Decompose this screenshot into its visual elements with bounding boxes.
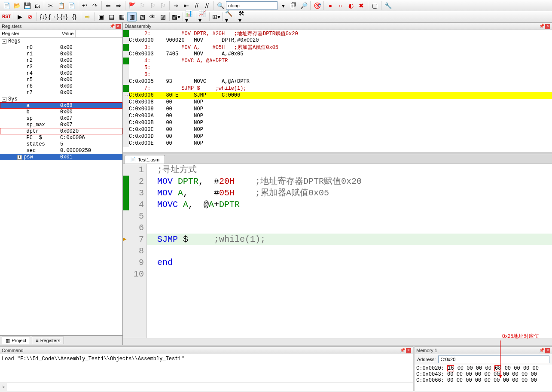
disasm-line[interactable]: 6: xyxy=(123,71,552,78)
memory-row[interactable]: C:0x0066: 00 00 00 00 00 00 00 00 00 00 xyxy=(416,377,550,383)
breakpoint-kill-icon[interactable]: ✖ xyxy=(357,1,366,10)
bookmark-clear-icon[interactable]: ⚐ xyxy=(158,1,168,10)
reg-row[interactable]: r30x00 xyxy=(0,64,122,70)
disasm-line[interactable]: C:0x0009 00 NOP xyxy=(123,106,552,112)
disasm-line[interactable]: C:0x0008 00 NOP xyxy=(123,99,552,106)
symbol-window-icon[interactable]: ▦ xyxy=(117,12,126,21)
source-line[interactable]: ;寻址方式 xyxy=(147,164,552,176)
source-tab[interactable]: 📄 Test1.asm xyxy=(125,155,165,164)
reg-row[interactable]: a0x68 xyxy=(0,102,122,109)
close-icon[interactable]: × xyxy=(116,24,121,29)
reg-row[interactable]: r70x00 xyxy=(0,89,122,96)
disasm-line[interactable]: C:0x000D 00 NOP xyxy=(123,133,552,140)
pin-icon[interactable]: 📌 xyxy=(400,348,405,353)
disasm-line[interactable]: C:0x000B 00 NOP xyxy=(123,119,552,126)
debug-icon[interactable]: 🎯 xyxy=(312,1,322,10)
paste-icon[interactable]: 📄 xyxy=(67,1,76,10)
source-line[interactable] xyxy=(147,245,552,257)
disasm-line[interactable]: 3: MOV A, #05H ;累加器A赋值0x05 xyxy=(123,44,552,51)
reg-row[interactable]: r40x00 xyxy=(0,70,122,76)
outdent-icon[interactable]: ⇤ xyxy=(182,1,191,10)
command-window-icon[interactable]: ▣ xyxy=(96,12,106,21)
disasm-line[interactable]: 4: MOVC A, @A+DPTR xyxy=(123,58,552,64)
configure-icon[interactable]: 🔧 xyxy=(383,1,393,10)
disasm-line[interactable]: ⇨C:0x0006 80FE SJMP C:0006 xyxy=(123,92,552,99)
disasm-line[interactable]: 7: SJMP $ ;while(1); xyxy=(123,85,552,92)
reset-cpu-icon[interactable]: RST xyxy=(2,12,11,21)
reg-row[interactable]: r50x00 xyxy=(0,76,122,83)
reg-row[interactable]: dptr0x0020 xyxy=(0,128,122,134)
close-icon[interactable]: × xyxy=(545,24,550,29)
system-viewer-icon[interactable]: ⊞▾ xyxy=(211,12,221,21)
disasm-window-icon[interactable]: ▤ xyxy=(107,12,116,21)
reg-row[interactable]: b0x00 xyxy=(0,109,122,115)
tab-project[interactable]: ▥Project xyxy=(2,337,30,344)
disasm-line[interactable]: C:0x0005 93 MOVC A,@A+DPTR xyxy=(123,78,552,85)
save-icon[interactable]: 💾 xyxy=(22,1,32,10)
command-input[interactable] xyxy=(7,383,413,391)
disasm-line[interactable]: 5: xyxy=(123,64,552,71)
close-icon[interactable]: × xyxy=(545,348,550,353)
undo-icon[interactable]: ↶ xyxy=(80,1,89,10)
nav-back-icon[interactable]: ⇐ xyxy=(104,1,113,10)
save-all-icon[interactable]: 🗂 xyxy=(33,1,42,10)
disasm-line[interactable]: C:0x000C 00 NOP xyxy=(123,126,552,133)
bookmark-icon[interactable]: 🚩 xyxy=(127,1,137,10)
reg-row[interactable]: r60x00 xyxy=(0,83,122,89)
source-line[interactable] xyxy=(147,268,552,280)
run-icon[interactable]: ▶ xyxy=(15,12,24,21)
new-file-icon[interactable]: 📄 xyxy=(2,1,11,10)
step-into-icon[interactable]: {↓} xyxy=(39,12,48,21)
reg-row[interactable]: PC $C:0x0006 xyxy=(0,134,122,141)
pin-icon[interactable]: 📌 xyxy=(110,24,115,29)
memory-body[interactable]: C:0x0020: 16 00 00 00 00 68 00 00 00 00C… xyxy=(415,365,552,391)
find-icon[interactable]: 🔍 xyxy=(216,1,225,10)
callstack-window-icon[interactable]: ▧ xyxy=(137,12,147,21)
redo-icon[interactable]: ↷ xyxy=(90,1,100,10)
bookmark-prev-icon[interactable]: ⚐ xyxy=(137,1,147,10)
disasm-line[interactable]: C:0x000A 00 NOP xyxy=(123,112,552,119)
memory-row[interactable]: C:0x0043: 00 00 00 00 00 00 00 00 00 00 xyxy=(416,371,550,377)
source-line[interactable]: MOV A, #05H ;累加器A赋值0x05 xyxy=(147,187,552,199)
memory-row[interactable]: C:0x0020: 16 00 00 00 00 68 00 00 00 00 xyxy=(416,365,550,371)
find-in-files-icon[interactable]: 🗐 xyxy=(289,1,298,10)
reg-row[interactable]: sp0x07 xyxy=(0,115,122,122)
stop-icon[interactable]: ⊘ xyxy=(25,12,35,21)
tools-icon[interactable]: 🛠▾ xyxy=(238,12,247,21)
reg-row[interactable]: states5 xyxy=(0,141,122,147)
memory-window-icon[interactable]: ▨ xyxy=(158,12,168,21)
disasm-line[interactable]: C:0x0000 900020 MOV DPTR,#0x0020 xyxy=(123,37,552,44)
tab-registers[interactable]: ≡Registers xyxy=(32,337,64,344)
incremental-find-icon[interactable]: 🔎 xyxy=(299,1,308,10)
cut-icon[interactable]: ✂ xyxy=(46,1,55,10)
run-to-cursor-icon[interactable]: {} xyxy=(70,12,79,21)
disasm-line[interactable]: C:0x000E 00 NOP xyxy=(123,140,552,147)
reg-row[interactable]: r00x00 xyxy=(0,44,122,51)
reg-row[interactable]: sec0.00000250 xyxy=(0,147,122,154)
disasm-line[interactable]: 2: MOV DPTR, #20H ;地址寄存器DPTR赋值0x20 xyxy=(123,30,552,37)
disasm-line[interactable]: C:0x0003 7405 MOV A,#0x05 xyxy=(123,51,552,58)
source-line[interactable] xyxy=(147,210,552,222)
window-icon[interactable]: ▢ xyxy=(370,1,379,10)
close-icon[interactable]: × xyxy=(406,348,411,353)
source-line[interactable]: MOV DPTR, #20H ;地址寄存器DPTR赋值0x20 xyxy=(147,176,552,187)
pin-icon[interactable]: 📌 xyxy=(539,24,544,29)
combo-dropdown-icon[interactable]: ▾ xyxy=(278,1,288,10)
address-input[interactable] xyxy=(438,356,549,363)
source-line[interactable]: end xyxy=(147,257,552,268)
bookmark-next-icon[interactable]: ⚐ xyxy=(148,1,157,10)
nav-fwd-icon[interactable]: ⇒ xyxy=(114,1,123,10)
source-line[interactable]: SJMP $ ;while(1); xyxy=(147,234,552,245)
reg-row[interactable]: r10x00 xyxy=(0,51,122,57)
registers-window-icon[interactable]: ▥ xyxy=(127,12,137,21)
copy-icon[interactable]: 📋 xyxy=(56,1,66,10)
breakpoint-disable-icon[interactable]: ◐ xyxy=(346,1,356,10)
comment-icon[interactable]: // xyxy=(192,1,201,10)
breakpoint-insert-icon[interactable]: ● xyxy=(326,1,335,10)
disassembly-body[interactable]: 2: MOV DPTR, #20H ;地址寄存器DPTR赋值0x20C:0x00… xyxy=(123,30,552,152)
source-line[interactable] xyxy=(147,222,552,234)
indent-icon[interactable]: ⇥ xyxy=(171,1,181,10)
step-over-icon[interactable]: {→} xyxy=(49,12,58,21)
pin-icon[interactable]: 📌 xyxy=(539,348,544,353)
source-editor[interactable]: 123456▶78910 ;寻址方式MOV DPTR, #20H ;地址寄存器D… xyxy=(123,164,552,338)
